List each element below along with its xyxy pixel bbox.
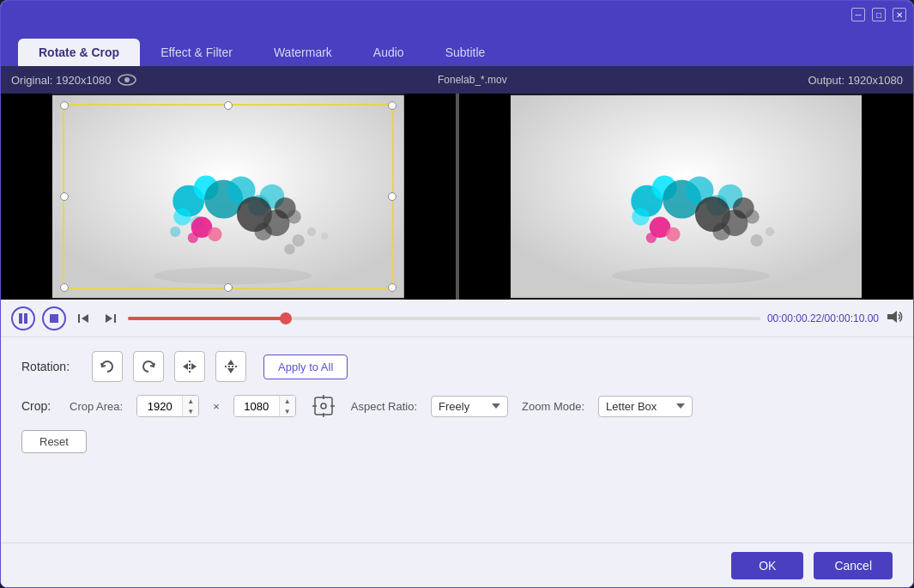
aspect-ratio-label: Aspect Ratio: xyxy=(351,400,417,413)
title-bar-controls: ─ □ ✕ xyxy=(851,8,906,21)
crop-height-down[interactable]: ▼ xyxy=(280,406,295,416)
crop-box[interactable] xyxy=(63,104,394,289)
svg-rect-47 xyxy=(24,313,27,324)
original-resolution-label: Original: 1920x1080 xyxy=(11,74,111,87)
svg-rect-46 xyxy=(19,313,22,324)
video-header: Original: 1920x1080 Fonelab_*.mov Output… xyxy=(1,66,913,94)
rotation-label: Rotation: xyxy=(21,360,82,373)
apply-to-all-button[interactable]: Apply to All xyxy=(263,355,348,379)
svg-point-45 xyxy=(611,267,769,284)
footer-bar: OK Cancel xyxy=(1,543,913,587)
time-display: 00:00:00.22/00:00:10.00 xyxy=(767,312,879,324)
video-area: Original: 1920x1080 Fonelab_*.mov Output… xyxy=(1,66,913,337)
left-black-bar xyxy=(1,94,52,300)
zoom-mode-label: Zoom Mode: xyxy=(522,400,584,413)
aspect-ratio-select[interactable]: Freely 16:9 4:3 1:1 9:16 xyxy=(431,396,508,417)
video-header-left: Original: 1920x1080 xyxy=(11,74,136,87)
minimize-button[interactable]: ─ xyxy=(851,8,865,21)
volume-icon[interactable] xyxy=(886,309,903,328)
pause-button[interactable] xyxy=(11,306,35,330)
svg-rect-60 xyxy=(315,397,332,415)
ok-button[interactable]: OK xyxy=(731,552,803,579)
svg-point-42 xyxy=(745,209,759,223)
crop-handle-br[interactable] xyxy=(388,283,396,292)
crop-width-up[interactable]: ▲ xyxy=(183,396,198,406)
crop-handle-tl[interactable] xyxy=(60,101,69,110)
svg-point-65 xyxy=(321,403,326,409)
cancel-button[interactable]: Cancel xyxy=(814,552,893,579)
crop-handle-bl[interactable] xyxy=(60,283,69,292)
svg-point-44 xyxy=(765,227,773,236)
playback-bar: 00:00:00.22/00:00:10.00 xyxy=(1,300,913,337)
svg-rect-50 xyxy=(78,314,80,323)
rotation-row: Rotation: xyxy=(21,351,893,382)
preview-particles-right xyxy=(511,94,863,300)
main-window: ─ □ ✕ Rotate & Crop Effect & Filter Wate… xyxy=(0,0,914,588)
svg-marker-55 xyxy=(183,363,188,370)
crop-handle-ml[interactable] xyxy=(60,192,69,201)
progress-thumb[interactable] xyxy=(280,312,292,324)
crop-canvas[interactable] xyxy=(52,94,404,300)
tab-subtitle[interactable]: Subtitle xyxy=(425,39,506,66)
crop-handle-mr[interactable] xyxy=(388,192,396,201)
rotate-left-button[interactable] xyxy=(92,351,123,382)
tab-watermark[interactable]: Watermark xyxy=(253,39,353,66)
skip-forward-button[interactable] xyxy=(100,308,121,329)
svg-point-1 xyxy=(124,77,130,82)
crop-height-input[interactable] xyxy=(234,397,279,416)
center-crop-icon[interactable] xyxy=(310,392,337,420)
crop-handle-bc[interactable] xyxy=(224,283,233,292)
tab-rotate-crop[interactable]: Rotate & Crop xyxy=(18,39,140,66)
crop-row: Crop: Crop Area: ▲ ▼ × ▲ ▼ xyxy=(21,392,893,420)
svg-point-43 xyxy=(750,234,762,246)
rotate-right-button[interactable] xyxy=(133,351,164,382)
crop-width-input[interactable] xyxy=(137,397,182,416)
svg-point-36 xyxy=(666,227,680,241)
crop-handle-tr[interactable] xyxy=(388,101,396,110)
progress-fill xyxy=(128,317,286,320)
svg-marker-51 xyxy=(106,314,112,323)
stop-button[interactable] xyxy=(42,306,66,330)
x-separator: × xyxy=(213,400,220,413)
reset-row: Reset xyxy=(21,430,893,453)
svg-marker-53 xyxy=(887,311,897,323)
right-right-black-bar xyxy=(862,94,913,300)
flip-vertical-button[interactable] xyxy=(215,351,246,382)
crop-height-up[interactable]: ▲ xyxy=(280,396,295,406)
tab-effect-filter[interactable]: Effect & Filter xyxy=(140,39,253,66)
right-black-bar-left xyxy=(404,94,456,300)
zoom-mode-select[interactable]: Letter Box Pan & Scan Full xyxy=(598,396,693,417)
crop-width-down[interactable]: ▼ xyxy=(183,406,198,416)
crop-height-input-group: ▲ ▼ xyxy=(233,395,296,417)
title-bar: ─ □ ✕ xyxy=(1,1,913,28)
crop-area-label: Crop Area: xyxy=(70,400,123,413)
flip-horizontal-button[interactable] xyxy=(174,351,205,382)
output-resolution-label: Output: 1920x1080 xyxy=(808,74,903,87)
maximize-button[interactable]: □ xyxy=(872,8,886,21)
tab-bar: Rotate & Crop Effect & Filter Watermark … xyxy=(1,28,913,66)
svg-rect-52 xyxy=(114,314,116,323)
close-button[interactable]: ✕ xyxy=(893,8,906,21)
svg-marker-58 xyxy=(227,360,234,365)
crop-label: Crop: xyxy=(21,399,56,413)
filename-label: Fonelab_*.mov xyxy=(438,74,507,86)
eye-icon[interactable] xyxy=(118,74,136,86)
crop-handle-tc[interactable] xyxy=(224,101,233,110)
svg-rect-48 xyxy=(50,314,58,323)
svg-point-41 xyxy=(712,223,729,240)
right-left-black-bar xyxy=(459,94,511,300)
reset-button[interactable]: Reset xyxy=(21,430,87,453)
svg-marker-49 xyxy=(82,314,88,323)
skip-back-button[interactable] xyxy=(73,308,94,329)
crop-width-input-group: ▲ ▼ xyxy=(136,395,199,417)
controls-area: Rotation: xyxy=(1,337,913,543)
progress-track[interactable] xyxy=(128,317,760,320)
video-preview xyxy=(1,94,913,300)
crop-height-spinners: ▲ ▼ xyxy=(279,396,295,416)
crop-width-spinners: ▲ ▼ xyxy=(182,396,198,416)
svg-point-37 xyxy=(645,233,656,243)
svg-marker-59 xyxy=(227,368,234,373)
preview-left xyxy=(1,94,456,300)
tab-audio[interactable]: Audio xyxy=(353,39,425,66)
svg-point-33 xyxy=(632,208,649,225)
